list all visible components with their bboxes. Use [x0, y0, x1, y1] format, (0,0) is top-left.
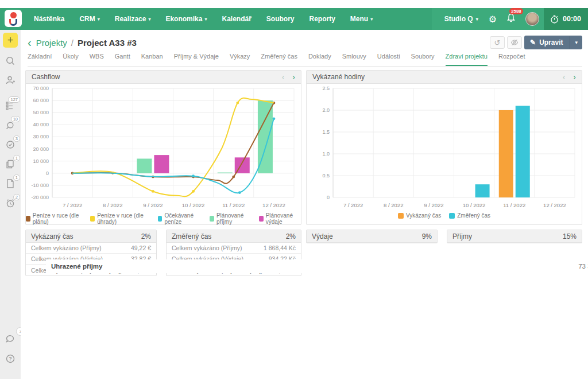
legend-color-swatch [449, 213, 455, 219]
svg-text:40 000: 40 000 [33, 122, 49, 127]
settings-button[interactable]: ⚙ [484, 14, 501, 25]
svg-text:60 000: 60 000 [33, 98, 49, 103]
history-button[interactable]: ↺ [490, 36, 505, 49]
svg-text:30 000: 30 000 [33, 134, 49, 139]
hours-legend: Vykázaný časZměřený čas [307, 212, 582, 219]
tab[interactable]: WBS [90, 53, 104, 66]
tab[interactable]: Kanban [141, 53, 163, 66]
nav-item[interactable]: Soubory [259, 8, 302, 30]
legend-label: Plánované výdaje [266, 212, 301, 225]
back-button[interactable]: ‹ [28, 37, 32, 48]
stat-card-header: Příjmy15% [447, 230, 582, 243]
stat-card-header: Výdaje9% [307, 230, 437, 243]
tab[interactable]: Doklady [308, 53, 331, 66]
chevron-down-icon: ▾ [148, 17, 150, 22]
tab[interactable]: Zdraví projektu [446, 53, 488, 66]
sidebar-reminders-button[interactable]: 2 [0, 193, 21, 213]
stat-card-title: Vykázaný čas [31, 232, 74, 240]
tab[interactable]: Rozpočet [498, 53, 525, 66]
nav-item[interactable]: Realizace▾ [107, 8, 158, 30]
sidebar-documents-button[interactable]: 1 [0, 154, 21, 174]
stat-row: Uhrazené příjmy73 326 Kč [46, 259, 588, 273]
documents-count-badge: 1 [13, 155, 20, 161]
notifications-button[interactable]: 2588 [501, 13, 521, 25]
svg-text:11 / 2022: 11 / 2022 [222, 202, 245, 208]
topbar-right-cluster: Studio Q ▾ ⚙ 2588 [432, 8, 588, 30]
tab[interactable]: Úkoly [63, 53, 79, 66]
svg-text:8 / 2022: 8 / 2022 [384, 202, 403, 208]
help-button[interactable]: ? [0, 349, 21, 368]
edit-split-button[interactable]: ✎ Upravit ▾ [524, 36, 582, 49]
workspace-switcher[interactable]: Studio Q ▾ [439, 15, 484, 23]
svg-text:10 / 2022: 10 / 2022 [182, 202, 205, 208]
svg-text:1.5: 1.5 [322, 129, 330, 135]
svg-text:12 / 2022: 12 / 2022 [262, 202, 285, 208]
stat-subrow-value: 49,22 € [131, 244, 151, 251]
avatar[interactable] [525, 12, 539, 26]
cashflow-panel: Cashflow ‹ › 70 00060 00050 00040 00030 … [25, 70, 301, 225]
stat-subrow: Celkem vykázáno (Příjmy)1 868,44 Kč [167, 243, 301, 254]
stat-subrow: Celkem vykázáno (Příjmy)49,22 € [26, 243, 156, 254]
tab[interactable]: Soubory [411, 53, 435, 66]
sidebar-saved-search-button[interactable]: 10 [0, 115, 21, 135]
stat-card-title: Výdaje [312, 232, 333, 240]
project-tabs: ZákladníÚkolyWBSGanttKanbanPříjmy & Výda… [28, 53, 582, 67]
stat-row-value: 73 326 Kč [578, 263, 588, 270]
chart-next-button[interactable]: › [292, 73, 295, 81]
nav-item-label: Nástěnka [34, 15, 64, 23]
legend-label: Očekávané peníze [164, 212, 202, 225]
nav-item[interactable]: Reporty [302, 8, 343, 30]
nav-item-label: Kalendář [222, 15, 251, 23]
sidebar-add-contact-button[interactable] [0, 71, 21, 90]
sidebar-tasks-button[interactable]: 127 [0, 96, 21, 115]
main-menu: NástěnkaCRM▾Realizace▾Ekonomika▾Kalendář… [26, 8, 380, 30]
legend-label: Vykázaný čas [406, 212, 441, 219]
panel-title: Vykázané hodiny [312, 73, 365, 81]
page-actions: ↺ ✎ Upravit ▾ [490, 36, 582, 49]
nav-item-label: Menu [350, 15, 368, 23]
panel-title: Cashflow [32, 73, 60, 81]
add-button[interactable]: + [3, 33, 18, 48]
stat-subrow-label: Celkem vykázáno (Příjmy) [31, 244, 102, 251]
nav-item[interactable]: Kalendář [214, 8, 258, 30]
tab[interactable]: Výkazy [230, 53, 250, 66]
tab[interactable]: Změřený čas [261, 53, 297, 66]
sidebar-search-button[interactable] [0, 51, 21, 71]
svg-text:8 / 2022: 8 / 2022 [103, 202, 122, 208]
tab[interactable]: Gantt [115, 53, 130, 66]
app-logo[interactable] [5, 10, 22, 27]
sidebar-divider [0, 90, 21, 96]
tab[interactable]: Příjmy & Výdaje [174, 53, 219, 66]
svg-text:-10 000: -10 000 [31, 183, 49, 188]
edit-dropdown-button[interactable]: ▾ [570, 36, 582, 49]
tab[interactable]: Základní [28, 53, 52, 66]
tab[interactable]: Smlouvy [342, 53, 366, 66]
legend-item: Peníze v ruce (dle plánu) [26, 212, 82, 225]
breadcrumb-projects-link[interactable]: Projekty [36, 38, 67, 48]
chart-prev-button[interactable]: ‹ [563, 73, 566, 81]
nav-item[interactable]: CRM▾ [72, 8, 107, 30]
sidebar-time-approval-button[interactable]: 3 [0, 135, 21, 154]
tab[interactable]: Události [377, 53, 400, 66]
sidebar-notes-button[interactable]: 1 [0, 174, 21, 193]
reminders-count-badge: 2 [13, 194, 20, 200]
stat-card-header: Vykázaný čas2% [26, 230, 156, 243]
svg-text:0.5: 0.5 [322, 173, 330, 178]
watch-button[interactable] [507, 36, 522, 49]
stat-card-percent: 2% [286, 232, 296, 240]
nav-item[interactable]: Ekonomika▾ [158, 8, 214, 30]
nav-item[interactable]: Menu▾ [343, 8, 380, 30]
svg-text:2.5: 2.5 [322, 86, 330, 91]
nav-item[interactable]: Nástěnka [26, 8, 72, 30]
nav-item-label: Ekonomika [165, 15, 202, 23]
chart-next-button[interactable]: › [573, 73, 576, 81]
notes-count-badge: 1 [13, 174, 20, 181]
chart-prev-button[interactable]: ‹ [282, 73, 285, 81]
chevron-left-icon: ‹ [28, 36, 32, 49]
svg-text:70 000: 70 000 [33, 86, 49, 91]
notification-count-badge: 2588 [509, 8, 523, 14]
question-icon: ? [5, 353, 16, 364]
workspace-name: Studio Q [444, 15, 473, 23]
time-tracker[interactable]: 00:00 [544, 8, 588, 30]
stat-card-percent: 9% [422, 232, 432, 240]
